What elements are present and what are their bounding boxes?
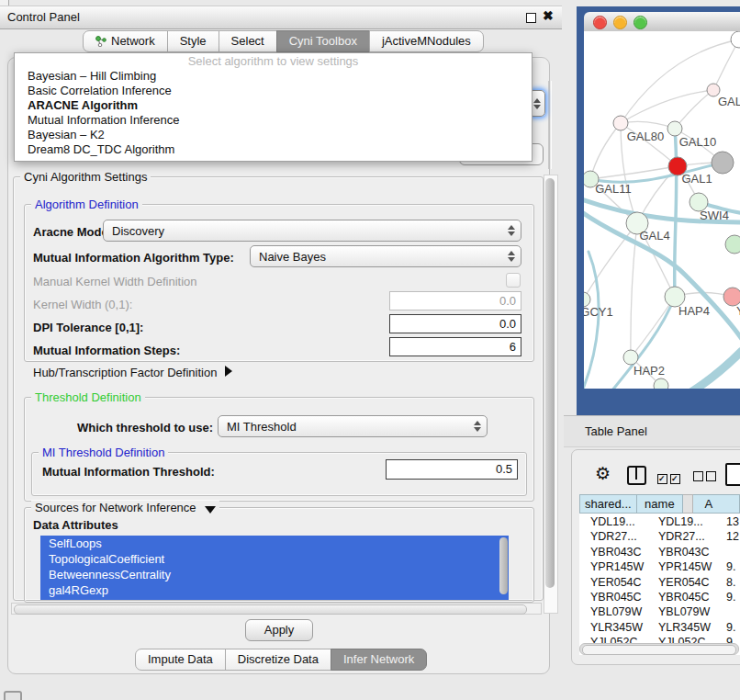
right-pink-node[interactable] [723,288,740,306]
network-edge-thick[interactable] [692,351,740,389]
GAL10-node[interactable] [667,121,682,136]
top-edge-node[interactable] [731,31,740,48]
tab-select[interactable]: Select [219,30,277,52]
table-cell: YER054C [590,576,642,589]
table-row[interactable]: YBR043CYBR043C [579,545,740,560]
network-node-label: Y [736,304,740,318]
dropdown-prompt: Select algorithm to view settings [15,53,532,69]
network-node-label: GAL1 [681,172,712,186]
which-threshold-label: Which threshold to use: [77,421,213,435]
right-green-node[interactable] [725,235,740,254]
checked-pair-icon[interactable]: ✓✓ [657,470,683,484]
threshold-select[interactable]: MI Threshold [218,415,488,437]
dpi-tolerance-field[interactable]: 0.0 [389,314,521,333]
control-panel-titlebar: Control Panel ✖ [0,6,562,29]
gray-hub-node[interactable] [712,152,734,174]
table-row[interactable]: YDL19...YDL19...13 [579,514,740,530]
table-cell: YDL19... [590,515,635,528]
network-canvas[interactable]: GAL80GAL10GAL1GAL11SWI4GAL4GCY1HAP4YHAP2… [584,31,740,389]
tab-discretize-data[interactable]: Discretize Data [225,649,331,671]
network-edge[interactable] [621,40,739,123]
tab-infer-network[interactable]: Infer Network [331,649,427,671]
list-scrollbar-thumb[interactable] [499,537,508,594]
gear-icon[interactable]: ⚙ [595,463,611,484]
network-edge-thick[interactable] [584,252,599,389]
table-row[interactable]: YBL079WYBL079W [579,604,740,620]
network-node-label: GAL11 [595,182,632,196]
network-edge[interactable] [621,90,713,123]
table-scrollbar-thumb[interactable] [582,645,736,655]
table-row[interactable]: YLR345WYLR345W9. [579,620,740,636]
close-icon[interactable]: ✖ [543,8,554,23]
hub-definition-toggle[interactable]: Hub/Transcription Factor Definition [33,366,232,379]
dropdown-item[interactable]: Dream8 DC_TDC Algorithm [15,142,532,157]
vertical-scrollbar-thumb[interactable] [545,178,555,588]
close-traffic-light[interactable] [593,16,607,29]
attribute-list-item[interactable]: gal4RGexp [40,582,509,598]
mi-steps-field[interactable]: 6 [389,337,521,356]
table-cell: YBL079W [658,605,710,618]
tab-label: Discretize Data [238,649,319,670]
tab-jactivemnodules[interactable]: jActiveMNodules [369,30,484,52]
table-row[interactable]: YER054CYER054C8. [579,575,740,591]
network-edge[interactable] [590,123,621,179]
minimize-traffic-light[interactable] [613,16,627,29]
table-column-header[interactable]: A [693,494,740,514]
mi-type-select[interactable]: Naive Bayes [250,245,521,267]
network-edge[interactable] [675,90,713,129]
table-row[interactable]: YDR27...YDR27...12 [579,529,740,545]
table-cell: YDR27... [590,530,637,543]
apply-button[interactable]: Apply [245,619,313,641]
settings-horizontal-scrollbar[interactable] [11,603,542,615]
cyni-bottom-tabbar: Impute DataDiscretize DataInfer Network [135,649,427,671]
table-cell: YBL079W [590,605,642,618]
settings-vertical-scrollbar[interactable] [544,175,558,614]
tab-label: Cyni Toolbox [289,31,357,51]
dropdown-item[interactable]: ARACNE Algorithm [15,98,532,113]
zoom-traffic-light[interactable] [633,16,647,29]
attribute-list-item[interactable]: TopologicalCoefficient [40,551,509,567]
network-node-label: SWI4 [700,209,729,222]
aracne-mode-select[interactable]: Discovery [103,220,521,242]
attribute-list-item[interactable]: BetweennessCentrality [40,567,509,582]
table-column-header[interactable]: shared... [579,494,637,514]
tab-label: Infer Network [343,649,414,670]
document-icon[interactable] [725,463,740,486]
cyni-settings-title: Cyni Algorithm Settings [20,170,151,184]
table-cell: 8. [726,576,735,589]
network-edge[interactable] [631,297,675,357]
table-column-header[interactable] [683,494,693,514]
GAL80-node[interactable] [613,116,628,130]
network-window: GAL80GAL10GAL1GAL11SWI4GAL4GCY1HAP4YHAP2… [577,6,740,415]
dropdown-item[interactable]: Bayesian – Hill Climbing [15,69,532,84]
table-row[interactable]: YPR145WYPR145W9. [579,559,740,575]
kernel-width-field[interactable]: 0.0 [389,291,521,310]
table-column-header[interactable]: name [637,494,683,514]
table-row[interactable]: YBR045CYBR045C9. [579,590,740,605]
table-horizontal-scrollbar[interactable] [579,643,739,655]
dropdown-item[interactable]: Bayesian – K2 [15,128,532,142]
dropdown-item[interactable]: Mutual Information Inference [15,113,532,128]
network-edge[interactable] [621,121,675,129]
mi-threshold-field[interactable]: 0.5 [386,459,518,480]
tab-impute-data[interactable]: Impute Data [135,649,226,671]
tab-style[interactable]: Style [167,30,219,52]
mi-steps-label: Mutual Information Steps: [33,344,180,357]
network-node-label: GAL4 [639,229,669,243]
partial-panel-icon[interactable] [4,691,22,700]
manual-kernel-checkbox[interactable] [506,273,521,288]
HAP2-node[interactable] [623,350,638,365]
attribute-list-item[interactable]: SelfLoops [40,536,509,551]
network-window-titlebar[interactable] [584,12,740,32]
split-columns-icon[interactable] [627,466,646,485]
tab-cyni-toolbox[interactable]: Cyni Toolbox [276,30,370,52]
unchecked-pair-icon[interactable] [693,470,719,484]
network-edge-thick[interactable] [675,129,677,297]
bottom-green-node[interactable] [654,378,668,389]
tab-label: Network [111,31,155,51]
float-icon[interactable] [526,13,536,23]
sources-group-toggle[interactable]: Sources for Network Inference [31,501,219,514]
horizontal-scrollbar-thumb[interactable] [14,604,527,615]
dropdown-item[interactable]: Basic Correlation Inference [15,84,532,98]
tab-network[interactable]: Network [83,30,168,52]
